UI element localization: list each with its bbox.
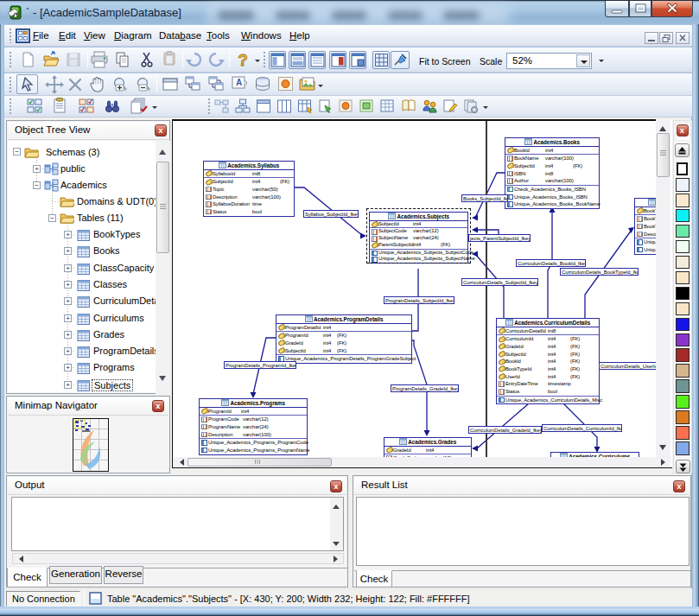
svg-text:A: A xyxy=(236,78,242,87)
svg-text:?: ? xyxy=(238,51,248,69)
